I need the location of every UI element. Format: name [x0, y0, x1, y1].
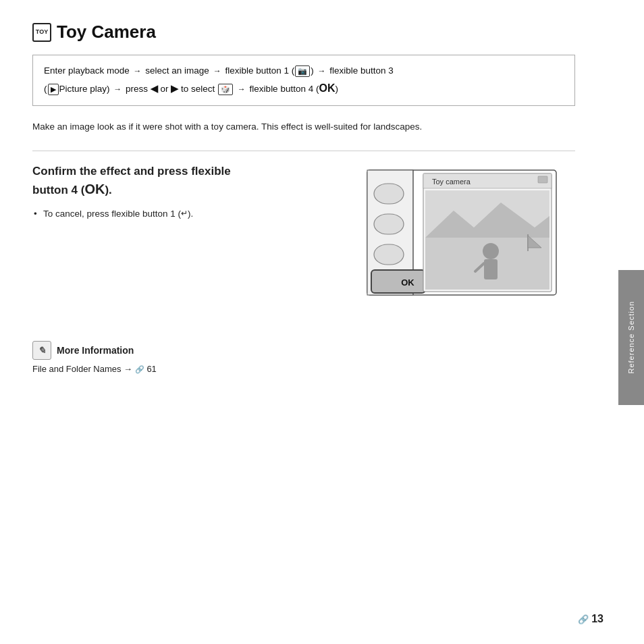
svg-text:Toy camera: Toy camera: [432, 178, 471, 186]
section-divider: [32, 151, 575, 151]
page-number-area: 🔗 13: [578, 613, 603, 625]
main-text: Confirm the effect and press flexiblebut…: [32, 163, 344, 221]
page-title-row: TOY Toy Camera: [32, 22, 575, 43]
description-paragraph: Make an image look as if it were shot wi…: [32, 119, 575, 134]
bullet-list: To cancel, press flexible button 1 (↵).: [32, 207, 344, 221]
instruction-box: Enter playback mode → select an image → …: [32, 55, 575, 106]
svg-rect-20: [484, 259, 498, 279]
instruction-line2: (▶Picture play) → press ◀ or ▶ to select…: [44, 84, 338, 94]
reference-section-label: Reference Section: [627, 301, 635, 374]
camera-svg: OK ↩ Toy camera: [366, 163, 575, 298]
more-info-box: ✎ More Information File and Folder Names…: [32, 341, 575, 374]
svg-rect-4: [374, 214, 404, 234]
section-heading: Confirm the effect and press flexiblebut…: [32, 163, 344, 198]
svg-rect-5: [374, 244, 404, 265]
camera-illustration: OK ↩ Toy camera: [366, 163, 575, 300]
page-title: Toy Camera: [57, 22, 156, 43]
more-info-link: File and Folder Names → 🔗 61: [32, 364, 575, 374]
bullet-item-cancel: To cancel, press flexible button 1 (↵).: [32, 207, 344, 221]
svg-rect-3: [374, 184, 404, 204]
reference-section-sidebar: Reference Section: [618, 270, 644, 405]
more-info-title: More Information: [57, 345, 134, 356]
svg-rect-6: [371, 270, 425, 293]
toy-camera-icon: TOY: [32, 23, 51, 42]
page-number-icon: 🔗: [578, 614, 589, 624]
more-info-header: ✎ More Information: [32, 341, 575, 360]
instruction-line1: Enter playback mode → select an image → …: [44, 65, 394, 76]
svg-rect-12: [538, 176, 547, 183]
svg-point-19: [483, 243, 499, 259]
link-ref-icon: 🔗: [135, 365, 144, 373]
more-info-icon: ✎: [32, 341, 51, 360]
svg-text:OK: OK: [401, 277, 414, 288]
main-section: Confirm the effect and press flexiblebut…: [32, 163, 575, 300]
page-number: 13: [591, 613, 603, 625]
